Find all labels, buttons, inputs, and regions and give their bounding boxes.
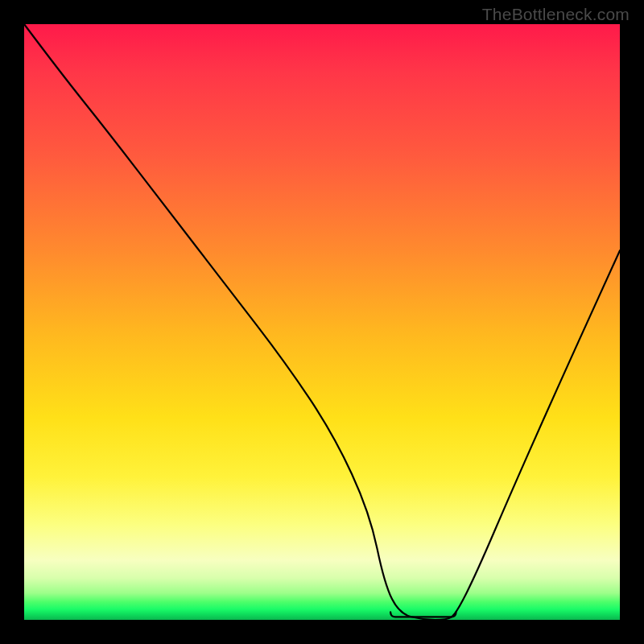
optimal-region-marker	[390, 612, 456, 617]
chart-frame: TheBottleneck.com	[0, 0, 644, 644]
plot-area	[24, 24, 620, 620]
watermark-text: TheBottleneck.com	[482, 5, 630, 24]
curve-layer	[24, 24, 620, 620]
bottleneck-curve	[24, 24, 620, 620]
